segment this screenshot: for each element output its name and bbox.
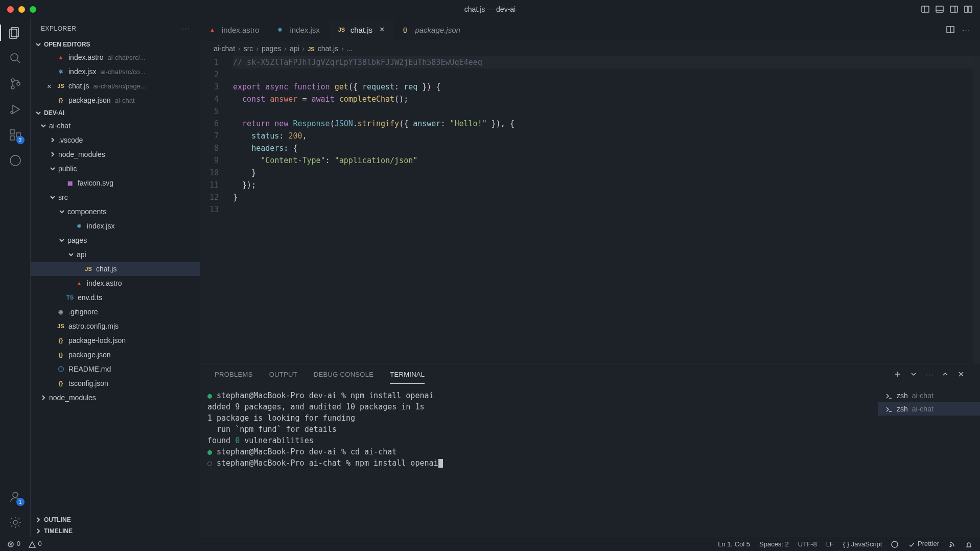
status-radio-icon[interactable] (948, 540, 956, 548)
panel-tab-problems[interactable]: PROBLEMS (215, 371, 253, 378)
close-window-icon[interactable] (7, 6, 14, 13)
tree-file[interactable]: ▦favicon.svg (31, 176, 200, 190)
source-control-icon[interactable] (8, 77, 22, 91)
extensions-icon[interactable]: 2 (8, 128, 22, 142)
status-encoding[interactable]: UTF-8 (798, 540, 817, 548)
panel-bottom-icon[interactable] (935, 5, 944, 14)
open-editor-item[interactable]: ⚛ index.jsx ai-chat/src/co... (31, 64, 200, 79)
tree-file[interactable]: {}package-lock.json (31, 333, 200, 348)
layout-icon[interactable] (964, 5, 973, 14)
tree-item-name: chat.js (96, 265, 116, 273)
open-editor-name: chat.js (68, 82, 89, 90)
tab-name: chat.js (351, 26, 372, 34)
status-bell-icon[interactable] (965, 540, 973, 548)
status-feedback-icon[interactable] (891, 540, 899, 548)
settings-gear-icon[interactable] (8, 515, 22, 530)
tree-file[interactable]: TSenv.d.ts (31, 290, 200, 305)
tree-folder[interactable]: node_modules (31, 147, 200, 162)
panel-left-icon[interactable] (921, 5, 930, 14)
tree-item-name: index.astro (87, 279, 122, 287)
terminal-session[interactable]: zshai-chat (878, 402, 980, 416)
tree-file[interactable]: JSchat.js (31, 262, 200, 276)
tree-folder[interactable]: components (31, 204, 200, 219)
status-spaces[interactable]: Spaces: 2 (759, 540, 789, 548)
status-prettier[interactable]: Prettier (908, 540, 939, 548)
open-editor-path: ai-chat/src/... (107, 54, 145, 61)
chevron-down-icon (40, 122, 47, 129)
breadcrumb-item[interactable]: ... (347, 44, 353, 53)
tree-item-name: components (67, 208, 106, 216)
timeline-section[interactable]: TIMELINE (31, 525, 200, 537)
editor-tab[interactable]: {} package.json (393, 18, 469, 41)
new-terminal-icon[interactable] (894, 370, 902, 379)
tree-folder[interactable]: .vscode (31, 133, 200, 147)
status-cursor[interactable]: Ln 1, Col 5 (718, 540, 750, 548)
code-editor[interactable]: 12345678910111213 // sk-X5ZlTaFPJhTJgVZq… (200, 56, 980, 363)
close-panel-icon[interactable] (957, 370, 966, 379)
account-icon[interactable]: 1 (8, 490, 22, 504)
edge-icon[interactable] (8, 153, 22, 168)
tree-file[interactable]: ⚛index.jsx (31, 219, 200, 233)
tree-file[interactable]: ▲index.astro (31, 276, 200, 290)
search-icon[interactable] (8, 51, 22, 65)
minimize-window-icon[interactable] (18, 6, 25, 13)
breadcrumb-item[interactable]: ai-chat (214, 44, 235, 53)
project-section[interactable]: DEV-AI (31, 107, 200, 119)
panel-right-icon[interactable] (949, 5, 959, 14)
panel-tab-output[interactable]: OUTPUT (269, 371, 297, 378)
tree-item-name: tsconfig.json (68, 379, 108, 387)
breadcrumb-item[interactable]: api (290, 44, 299, 53)
editor-tab[interactable]: JS chat.js × (329, 18, 394, 41)
tree-file[interactable]: JSastro.config.mjs (31, 319, 200, 333)
explorer-icon[interactable] (8, 26, 22, 40)
open-editors-section[interactable]: OPEN EDITORS (31, 39, 200, 50)
status-eol[interactable]: LF (826, 540, 834, 548)
breadcrumb-item[interactable]: src (244, 44, 253, 53)
react-icon: ⚛ (56, 68, 65, 75)
status-bar: 0 0 Ln 1, Col 5 Spaces: 2 UTF-8 LF { } J… (0, 537, 980, 551)
maximize-panel-icon[interactable] (941, 370, 950, 379)
open-editor-item[interactable]: × JS chat.js ai-chat/src/page... (31, 79, 200, 93)
breadcrumb-item[interactable]: pages (262, 44, 281, 53)
tree-folder[interactable]: pages (31, 233, 200, 247)
tree-item-name: public (58, 165, 77, 173)
terminal-dropdown-icon[interactable] (909, 370, 918, 379)
minimap[interactable] (973, 56, 980, 363)
split-editor-icon[interactable] (946, 25, 955, 34)
tree-file[interactable]: {}tsconfig.json (31, 376, 200, 391)
panel-tab-terminal[interactable]: TERMINAL (390, 371, 425, 384)
tree-file[interactable]: ⓘREADME.md (31, 362, 200, 376)
run-debug-icon[interactable] (8, 102, 22, 117)
tree-folder[interactable]: api (31, 247, 200, 262)
close-tab-icon[interactable]: × (380, 25, 384, 34)
editor-tab[interactable]: ⚛ index.jsx (268, 18, 329, 41)
tree-file[interactable]: {}package.json (31, 348, 200, 362)
status-errors[interactable]: 0 (7, 540, 20, 548)
open-editor-item[interactable]: ▲ index.astro ai-chat/src/... (31, 50, 200, 64)
breadcrumb-item[interactable]: chat.js (318, 44, 338, 53)
panel-more-icon[interactable]: ··· (925, 371, 934, 378)
tree-folder[interactable]: public (31, 162, 200, 176)
breadcrumb[interactable]: ai-chat›src›pages›api›JSchat.js›... (200, 41, 980, 56)
chevron-right-icon (35, 516, 42, 523)
outline-section[interactable]: OUTLINE (31, 514, 200, 525)
json-icon: {} (56, 352, 65, 358)
panel-tab-debug-console[interactable]: DEBUG CONSOLE (314, 371, 374, 378)
terminal-session[interactable]: zshai-chat (885, 389, 973, 402)
svg-rect-6 (965, 6, 968, 12)
tab-more-icon[interactable]: ··· (962, 26, 971, 34)
chevron-down-icon (49, 165, 56, 172)
tree-folder[interactable]: src (31, 190, 200, 204)
explorer-more-icon[interactable]: ··· (182, 25, 190, 32)
tree-folder[interactable]: ai-chat (31, 119, 200, 133)
svg-point-22 (13, 520, 17, 524)
maximize-window-icon[interactable] (30, 6, 36, 13)
tree-folder[interactable]: node_modules (31, 391, 200, 405)
tree-file[interactable]: ◉.gitignore (31, 305, 200, 319)
status-warnings[interactable]: 0 (29, 540, 42, 548)
open-editor-item[interactable]: {} package.json ai-chat (31, 93, 200, 107)
status-lang[interactable]: { } JavaScript (843, 540, 882, 548)
terminal[interactable]: ● stephan@MacBook-Pro dev-ai % npm insta… (200, 385, 878, 537)
editor-tab[interactable]: ▲ index.astro (200, 18, 268, 41)
chevron-down-icon (49, 194, 56, 201)
